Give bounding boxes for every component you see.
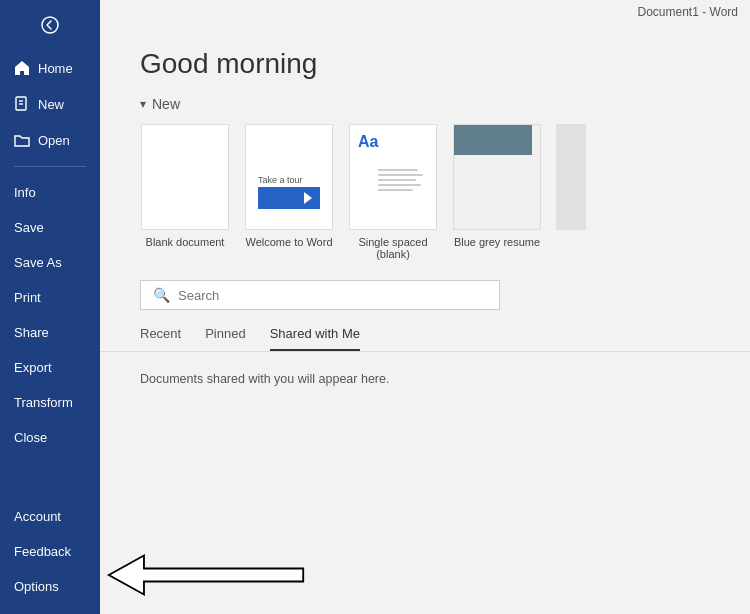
template-name-tour: Welcome to Word <box>244 236 334 248</box>
sidebar-item-new[interactable]: New <box>0 86 100 122</box>
template-name-blank: Blank document <box>140 236 230 248</box>
sidebar-item-save[interactable]: Save <box>0 210 100 245</box>
tab-pinned[interactable]: Pinned <box>205 326 245 351</box>
resume-header-bar <box>454 125 532 155</box>
sidebar-label-home: Home <box>38 61 73 76</box>
new-section-label: New <box>152 96 180 112</box>
sidebar-label-feedback: Feedback <box>14 544 71 559</box>
search-bar: 🔍 <box>140 280 500 310</box>
search-icon: 🔍 <box>153 287 170 303</box>
sidebar-item-open[interactable]: Open <box>0 122 100 158</box>
greeting-text: Good morning <box>100 24 750 96</box>
template-name-resume: Blue grey resume <box>452 236 542 248</box>
main-panel: Document1 - Word Good morning ▾ New Blan… <box>100 0 750 614</box>
arrow-annotation <box>106 550 306 600</box>
template-single[interactable]: Aa Single spaced (blank) <box>348 124 438 260</box>
sidebar-divider <box>14 166 86 167</box>
sidebar-nav: Home New Open Info Save Save As <box>0 50 100 499</box>
main-content: Document1 - Word Good morning ▾ New Blan… <box>100 0 750 614</box>
sidebar-label-options: Options <box>14 579 59 594</box>
template-thumb-snap <box>556 124 586 230</box>
single-aa-label: Aa <box>358 133 378 151</box>
sidebar-item-feedback[interactable]: Feedback <box>0 534 100 569</box>
sidebar-item-account[interactable]: Account <box>0 499 100 534</box>
resume-lines <box>532 125 540 188</box>
search-input[interactable] <box>178 288 487 303</box>
sidebar-item-save-as[interactable]: Save As <box>0 245 100 280</box>
tab-shared-with-me[interactable]: Shared with Me <box>270 326 360 351</box>
tour-text: Take a tour <box>258 175 303 185</box>
template-thumb-resume <box>453 124 541 230</box>
back-button[interactable] <box>0 0 100 50</box>
sidebar-label-export: Export <box>14 360 52 375</box>
shared-message: Documents shared with you will appear he… <box>100 352 750 406</box>
sidebar-item-share[interactable]: Share <box>0 315 100 350</box>
template-thumb-single: Aa <box>349 124 437 230</box>
sidebar-label-new: New <box>38 97 64 112</box>
templates-row: Blank document Take a tour Welcome to Wo… <box>100 124 750 280</box>
search-section: 🔍 <box>100 280 750 326</box>
sidebar-label-print: Print <box>14 290 41 305</box>
template-tour[interactable]: Take a tour Welcome to Word <box>244 124 334 260</box>
sidebar-label-account: Account <box>14 509 61 524</box>
template-name-single: Single spaced (blank) <box>348 236 438 260</box>
title-bar: Document1 - Word <box>100 0 750 24</box>
arrow-svg <box>106 550 306 600</box>
svg-marker-4 <box>109 556 303 595</box>
sidebar-label-info: Info <box>14 185 36 200</box>
sidebar-item-options[interactable]: Options <box>0 569 100 604</box>
tabs-section: Recent Pinned Shared with Me <box>100 326 750 352</box>
sidebar-item-close[interactable]: Close <box>0 420 100 455</box>
sidebar-label-save-as: Save As <box>14 255 62 270</box>
chevron-down-icon: ▾ <box>140 97 146 111</box>
template-blank[interactable]: Blank document <box>140 124 230 260</box>
sidebar-item-export[interactable]: Export <box>0 350 100 385</box>
sidebar-label-share: Share <box>14 325 49 340</box>
tour-arrow-icon <box>304 192 312 204</box>
template-thumb-blank <box>141 124 229 230</box>
sidebar: Home New Open Info Save Save As <box>0 0 100 614</box>
sidebar-bottom: Account Feedback Options <box>0 499 100 614</box>
sidebar-label-transform: Transform <box>14 395 73 410</box>
sidebar-label-open: Open <box>38 133 70 148</box>
new-section-header[interactable]: ▾ New <box>100 96 750 124</box>
tour-bar <box>258 187 320 209</box>
tab-recent[interactable]: Recent <box>140 326 181 351</box>
sidebar-item-transform[interactable]: Transform <box>0 385 100 420</box>
template-snap[interactable] <box>556 124 586 260</box>
sidebar-label-close: Close <box>14 430 47 445</box>
sidebar-label-save: Save <box>14 220 44 235</box>
template-resume[interactable]: Blue grey resume <box>452 124 542 260</box>
document-title: Document1 - Word <box>638 5 738 19</box>
sidebar-item-info[interactable]: Info <box>0 175 100 210</box>
sidebar-item-print[interactable]: Print <box>0 280 100 315</box>
template-thumb-tour: Take a tour <box>245 124 333 230</box>
svg-point-0 <box>42 17 58 33</box>
sidebar-item-home[interactable]: Home <box>0 50 100 86</box>
